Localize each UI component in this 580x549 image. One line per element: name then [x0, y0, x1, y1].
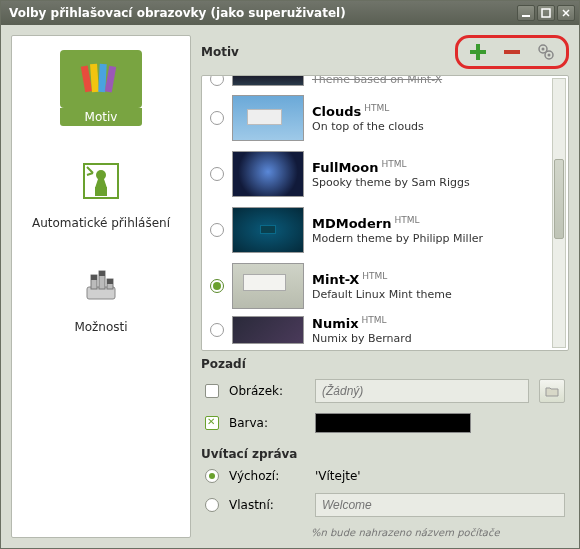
theme-settings-icon[interactable] [536, 42, 556, 62]
greeting-default-label: Výchozí: [229, 469, 305, 483]
sidebar: Motiv Automatické přihlášení [11, 35, 191, 538]
svg-rect-20 [504, 50, 520, 54]
theme-name: MDModernHTML [312, 215, 483, 231]
greeting-note: %n bude nahrazeno názvem počítače [201, 527, 569, 538]
theme-thumbnail [232, 207, 304, 253]
theme-thumbnail [232, 76, 304, 86]
theme-actions-box [455, 35, 569, 69]
theme-radio[interactable] [210, 111, 224, 125]
svg-point-24 [548, 54, 551, 57]
sidebar-item-motiv[interactable]: Motiv [60, 50, 142, 126]
greeting-custom-radio[interactable] [205, 498, 219, 512]
titlebar: Volby přihlašovací obrazovky (jako super… [1, 1, 579, 25]
svg-rect-13 [91, 275, 97, 280]
svg-rect-19 [470, 50, 486, 54]
greeting-custom-label: Vlastní: [229, 498, 305, 512]
svg-rect-7 [105, 66, 116, 93]
motiv-header-row: Motiv [201, 35, 569, 69]
svg-rect-9 [95, 187, 107, 196]
sidebar-item-label: Motiv [60, 108, 142, 126]
sidebar-item-options[interactable]: Možnosti [60, 256, 142, 334]
theme-row[interactable]: FullMoonHTML Spooky theme by Sam Riggs [202, 146, 568, 202]
add-theme-icon[interactable] [468, 42, 488, 62]
theme-desc: On top of the clouds [312, 120, 424, 133]
theme-icon [60, 50, 142, 108]
minimize-button[interactable] [517, 5, 535, 21]
theme-radio[interactable] [210, 167, 224, 181]
theme-row[interactable]: NumixHTML Numix by Bernard [202, 314, 568, 346]
theme-row[interactable]: Mint-XHTML Default Linux Mint theme [202, 258, 568, 314]
greeting-default-value: 'Vítejte' [315, 469, 361, 483]
theme-thumbnail [232, 316, 304, 344]
folder-icon [545, 385, 559, 397]
greeting-default-radio[interactable] [205, 469, 219, 483]
theme-desc: Spooky theme by Sam Riggs [312, 176, 470, 189]
greeting-custom-row: Vlastní: [201, 491, 569, 519]
svg-point-23 [542, 48, 545, 51]
theme-row[interactable]: Theme based on Mint-X [202, 76, 568, 90]
section-header-pozadi: Pozadí [201, 357, 569, 371]
background-color-label: Barva: [229, 416, 305, 430]
theme-row[interactable]: CloudsHTML On top of the clouds [202, 90, 568, 146]
close-button[interactable] [557, 5, 575, 21]
theme-desc: Modern theme by Philipp Miller [312, 232, 483, 245]
theme-list: Theme based on Mint-X CloudsHTML On top … [201, 75, 569, 351]
theme-name: NumixHTML [312, 315, 412, 331]
content-area: Motiv Automatické přihlášení [1, 25, 579, 548]
window-root: Volby přihlašovací obrazovky (jako super… [0, 0, 580, 549]
svg-rect-17 [107, 279, 113, 284]
background-image-checkbox[interactable] [205, 384, 219, 398]
theme-desc: Theme based on Mint-X [312, 76, 442, 86]
theme-name: Mint-XHTML [312, 271, 452, 287]
remove-theme-icon[interactable] [502, 42, 522, 62]
sidebar-item-label: Možnosti [74, 320, 127, 334]
svg-rect-15 [99, 271, 105, 276]
svg-rect-1 [542, 9, 550, 17]
theme-radio[interactable] [210, 223, 224, 237]
main-panel: Motiv Theme based on Mint-X [201, 35, 569, 538]
sidebar-item-label: Automatické přihlášení [32, 216, 170, 230]
theme-thumbnail [232, 263, 304, 309]
theme-name: CloudsHTML [312, 103, 424, 119]
greeting-custom-field[interactable] [315, 493, 565, 517]
greeting-default-row: Výchozí: 'Vítejte' [201, 467, 569, 485]
theme-row[interactable]: MDModernHTML Modern theme by Philipp Mil… [202, 202, 568, 258]
sidebar-item-autologin[interactable]: Automatické přihlášení [32, 152, 170, 230]
background-image-row: Obrázek: [201, 377, 569, 405]
window-title: Volby přihlašovací obrazovky (jako super… [5, 6, 515, 20]
autologin-icon [60, 152, 142, 210]
background-color-checkbox[interactable] [205, 416, 219, 430]
svg-rect-0 [522, 15, 530, 17]
theme-thumbnail [232, 95, 304, 141]
theme-radio[interactable] [210, 323, 224, 337]
background-color-row: Barva: [201, 411, 569, 435]
svg-point-10 [96, 170, 106, 180]
scroll-thumb[interactable] [554, 159, 564, 239]
options-icon [60, 256, 142, 314]
theme-desc: Numix by Bernard [312, 332, 412, 345]
maximize-button[interactable] [537, 5, 555, 21]
theme-radio[interactable] [210, 279, 224, 293]
theme-radio[interactable] [210, 76, 224, 86]
theme-scrollbar[interactable] [552, 78, 566, 348]
theme-thumbnail [232, 151, 304, 197]
section-header-uvitaci: Uvítací zpráva [201, 447, 569, 461]
background-image-browse-button[interactable] [539, 379, 565, 403]
section-header-motiv: Motiv [201, 45, 239, 59]
theme-name: FullMoonHTML [312, 159, 470, 175]
theme-desc: Default Linux Mint theme [312, 288, 452, 301]
background-image-field[interactable] [315, 379, 529, 403]
background-image-label: Obrázek: [229, 384, 305, 398]
background-color-swatch[interactable] [315, 413, 471, 433]
